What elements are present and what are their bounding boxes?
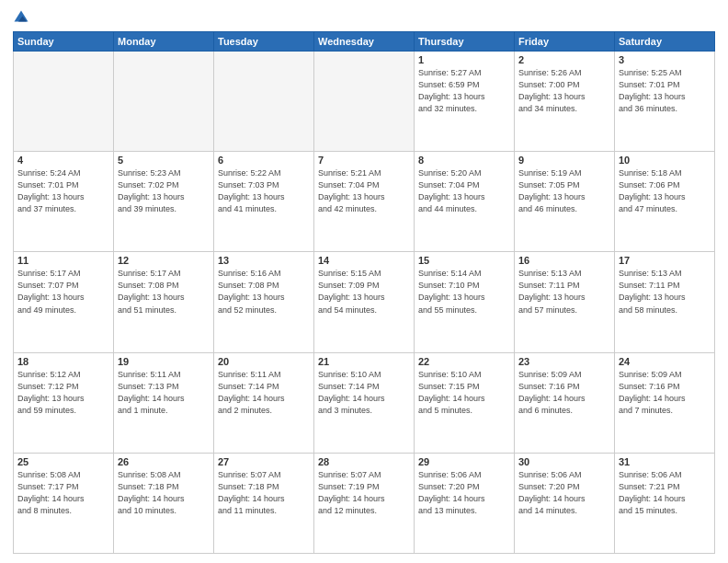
day-info: Sunrise: 5:22 AM Sunset: 7:03 PM Dayligh… (218, 167, 310, 215)
day-info: Sunrise: 5:26 AM Sunset: 7:00 PM Dayligh… (518, 67, 610, 115)
day-number: 20 (218, 356, 310, 367)
page: SundayMondayTuesdayWednesdayThursdayFrid… (0, 0, 728, 563)
calendar-cell: 7Sunrise: 5:21 AM Sunset: 7:04 PM Daylig… (314, 152, 415, 252)
calendar-cell: 28Sunrise: 5:07 AM Sunset: 7:19 PM Dayli… (314, 453, 415, 553)
day-number: 21 (318, 356, 410, 367)
day-info: Sunrise: 5:11 AM Sunset: 7:13 PM Dayligh… (118, 369, 210, 417)
day-number: 16 (518, 255, 610, 266)
day-number: 26 (118, 456, 210, 467)
weekday-header-thursday: Thursday (415, 32, 515, 52)
day-info: Sunrise: 5:23 AM Sunset: 7:02 PM Dayligh… (118, 167, 210, 215)
calendar-cell: 21Sunrise: 5:10 AM Sunset: 7:14 PM Dayli… (314, 352, 415, 453)
calendar-cell: 20Sunrise: 5:11 AM Sunset: 7:14 PM Dayli… (214, 352, 314, 453)
calendar-cell: 8Sunrise: 5:20 AM Sunset: 7:04 PM Daylig… (415, 152, 515, 252)
day-info: Sunrise: 5:21 AM Sunset: 7:04 PM Dayligh… (318, 167, 410, 215)
day-number: 7 (318, 155, 410, 166)
day-info: Sunrise: 5:11 AM Sunset: 7:14 PM Dayligh… (218, 369, 310, 417)
calendar-cell: 18Sunrise: 5:12 AM Sunset: 7:12 PM Dayli… (14, 352, 114, 453)
day-info: Sunrise: 5:17 AM Sunset: 7:07 PM Dayligh… (17, 268, 109, 316)
calendar-cell: 2Sunrise: 5:26 AM Sunset: 7:00 PM Daylig… (515, 52, 615, 152)
day-number: 30 (518, 456, 610, 467)
calendar-cell: 6Sunrise: 5:22 AM Sunset: 7:03 PM Daylig… (214, 152, 314, 252)
day-info: Sunrise: 5:06 AM Sunset: 7:21 PM Dayligh… (619, 469, 711, 517)
calendar-cell (314, 52, 415, 152)
calendar-cell: 15Sunrise: 5:14 AM Sunset: 7:10 PM Dayli… (415, 252, 515, 352)
calendar-table: SundayMondayTuesdayWednesdayThursdayFrid… (13, 31, 715, 554)
calendar-cell: 3Sunrise: 5:25 AM Sunset: 7:01 PM Daylig… (615, 52, 715, 152)
calendar-cell (14, 52, 114, 152)
day-info: Sunrise: 5:18 AM Sunset: 7:06 PM Dayligh… (619, 167, 711, 215)
day-number: 5 (118, 155, 210, 166)
day-number: 1 (418, 54, 510, 65)
day-number: 15 (418, 255, 510, 266)
day-number: 25 (17, 456, 109, 467)
day-number: 8 (418, 155, 510, 166)
day-info: Sunrise: 5:17 AM Sunset: 7:08 PM Dayligh… (118, 268, 210, 316)
weekday-header-row: SundayMondayTuesdayWednesdayThursdayFrid… (14, 32, 715, 52)
calendar-cell: 17Sunrise: 5:13 AM Sunset: 7:11 PM Dayli… (615, 252, 715, 352)
weekday-header-tuesday: Tuesday (214, 32, 314, 52)
day-info: Sunrise: 5:16 AM Sunset: 7:08 PM Dayligh… (218, 268, 310, 316)
calendar-cell: 13Sunrise: 5:16 AM Sunset: 7:08 PM Dayli… (214, 252, 314, 352)
calendar-cell: 26Sunrise: 5:08 AM Sunset: 7:18 PM Dayli… (114, 453, 214, 553)
logo-icon (13, 9, 29, 26)
day-info: Sunrise: 5:15 AM Sunset: 7:09 PM Dayligh… (318, 268, 410, 316)
day-info: Sunrise: 5:27 AM Sunset: 6:59 PM Dayligh… (418, 67, 510, 115)
calendar-cell: 10Sunrise: 5:18 AM Sunset: 7:06 PM Dayli… (615, 152, 715, 252)
week-row-1: 1Sunrise: 5:27 AM Sunset: 6:59 PM Daylig… (14, 52, 715, 152)
calendar-cell: 22Sunrise: 5:10 AM Sunset: 7:15 PM Dayli… (415, 352, 515, 453)
day-info: Sunrise: 5:25 AM Sunset: 7:01 PM Dayligh… (619, 67, 711, 115)
day-number: 18 (17, 356, 109, 367)
header (13, 9, 715, 26)
calendar-cell: 31Sunrise: 5:06 AM Sunset: 7:21 PM Dayli… (615, 453, 715, 553)
calendar-cell: 12Sunrise: 5:17 AM Sunset: 7:08 PM Dayli… (114, 252, 214, 352)
calendar-cell: 9Sunrise: 5:19 AM Sunset: 7:05 PM Daylig… (515, 152, 615, 252)
day-info: Sunrise: 5:13 AM Sunset: 7:11 PM Dayligh… (518, 268, 610, 316)
day-number: 19 (118, 356, 210, 367)
weekday-header-saturday: Saturday (615, 32, 715, 52)
day-info: Sunrise: 5:06 AM Sunset: 7:20 PM Dayligh… (418, 469, 510, 517)
day-number: 24 (619, 356, 711, 367)
day-info: Sunrise: 5:10 AM Sunset: 7:14 PM Dayligh… (318, 369, 410, 417)
day-info: Sunrise: 5:13 AM Sunset: 7:11 PM Dayligh… (619, 268, 711, 316)
weekday-header-sunday: Sunday (14, 32, 114, 52)
calendar-cell: 4Sunrise: 5:24 AM Sunset: 7:01 PM Daylig… (14, 152, 114, 252)
day-info: Sunrise: 5:08 AM Sunset: 7:17 PM Dayligh… (17, 469, 109, 517)
day-info: Sunrise: 5:12 AM Sunset: 7:12 PM Dayligh… (17, 369, 109, 417)
calendar-cell: 5Sunrise: 5:23 AM Sunset: 7:02 PM Daylig… (114, 152, 214, 252)
day-number: 22 (418, 356, 510, 367)
day-info: Sunrise: 5:19 AM Sunset: 7:05 PM Dayligh… (518, 167, 610, 215)
weekday-header-friday: Friday (515, 32, 615, 52)
day-number: 11 (17, 255, 109, 266)
day-number: 2 (518, 54, 610, 65)
calendar-cell (114, 52, 214, 152)
calendar-cell: 23Sunrise: 5:09 AM Sunset: 7:16 PM Dayli… (515, 352, 615, 453)
day-number: 12 (118, 255, 210, 266)
week-row-3: 11Sunrise: 5:17 AM Sunset: 7:07 PM Dayli… (14, 252, 715, 352)
day-info: Sunrise: 5:10 AM Sunset: 7:15 PM Dayligh… (418, 369, 510, 417)
day-number: 14 (318, 255, 410, 266)
calendar-cell: 1Sunrise: 5:27 AM Sunset: 6:59 PM Daylig… (415, 52, 515, 152)
calendar-cell: 25Sunrise: 5:08 AM Sunset: 7:17 PM Dayli… (14, 453, 114, 553)
day-info: Sunrise: 5:09 AM Sunset: 7:16 PM Dayligh… (619, 369, 711, 417)
day-number: 17 (619, 255, 711, 266)
day-number: 13 (218, 255, 310, 266)
day-number: 10 (619, 155, 711, 166)
week-row-2: 4Sunrise: 5:24 AM Sunset: 7:01 PM Daylig… (14, 152, 715, 252)
day-number: 28 (318, 456, 410, 467)
day-number: 27 (218, 456, 310, 467)
calendar-cell: 19Sunrise: 5:11 AM Sunset: 7:13 PM Dayli… (114, 352, 214, 453)
week-row-5: 25Sunrise: 5:08 AM Sunset: 7:17 PM Dayli… (14, 453, 715, 553)
weekday-header-monday: Monday (114, 32, 214, 52)
day-number: 6 (218, 155, 310, 166)
calendar-cell: 11Sunrise: 5:17 AM Sunset: 7:07 PM Dayli… (14, 252, 114, 352)
calendar-cell: 30Sunrise: 5:06 AM Sunset: 7:20 PM Dayli… (515, 453, 615, 553)
day-info: Sunrise: 5:08 AM Sunset: 7:18 PM Dayligh… (118, 469, 210, 517)
day-info: Sunrise: 5:24 AM Sunset: 7:01 PM Dayligh… (17, 167, 109, 215)
logo (13, 9, 31, 26)
day-number: 9 (518, 155, 610, 166)
calendar-cell: 14Sunrise: 5:15 AM Sunset: 7:09 PM Dayli… (314, 252, 415, 352)
day-info: Sunrise: 5:14 AM Sunset: 7:10 PM Dayligh… (418, 268, 510, 316)
day-info: Sunrise: 5:09 AM Sunset: 7:16 PM Dayligh… (518, 369, 610, 417)
day-number: 3 (619, 54, 711, 65)
